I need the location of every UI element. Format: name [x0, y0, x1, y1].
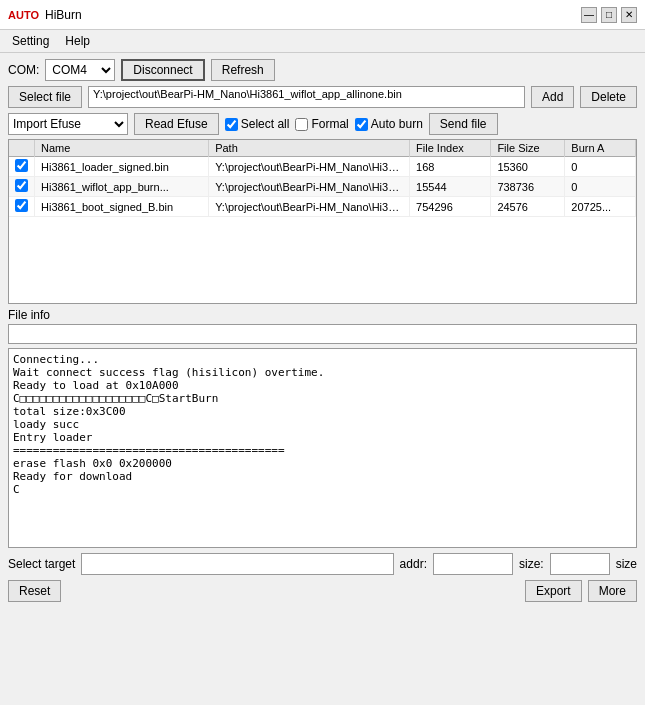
auto-burn-label: Auto burn [371, 117, 423, 131]
select-target-label: Select target [8, 557, 75, 571]
formal-checkbox-label[interactable]: Formal [295, 117, 348, 131]
table-cell: 738736 [491, 177, 565, 197]
refresh-button[interactable]: Refresh [211, 59, 275, 81]
select-all-checkbox-label[interactable]: Select all [225, 117, 290, 131]
log-line: Connecting... [13, 353, 632, 366]
file-info-label: File info [8, 308, 637, 322]
col-file-size: File Size [491, 140, 565, 157]
bottom-row-1: Select target addr: size: size [8, 553, 637, 575]
maximize-button[interactable]: □ [601, 7, 617, 23]
delete-button[interactable]: Delete [580, 86, 637, 108]
disconnect-button[interactable]: Disconnect [121, 59, 204, 81]
row-checkbox-2[interactable] [15, 199, 28, 212]
send-file-button[interactable]: Send file [429, 113, 498, 135]
reset-button[interactable]: Reset [8, 580, 61, 602]
table-body: Hi3861_loader_signed.binY:\project\out\B… [9, 157, 636, 217]
select-all-checkbox[interactable] [225, 118, 238, 131]
bottom-row-2: Reset Export More [8, 580, 637, 602]
table-cell: Hi3861_loader_signed.bin [35, 157, 209, 177]
log-line: loady succ [13, 418, 632, 431]
log-line: erase flash 0x0 0x200000 [13, 457, 632, 470]
table-cell: Hi3861_boot_signed_B.bin [35, 197, 209, 217]
close-button[interactable]: ✕ [621, 7, 637, 23]
table-cell: 15544 [410, 177, 491, 197]
file-info-box [8, 324, 637, 344]
file-table-container[interactable]: Name Path File Index File Size Burn A Hi… [8, 139, 637, 304]
right-buttons: Export More [525, 580, 637, 602]
log-line: Ready to load at 0x10A000 [13, 379, 632, 392]
col-check [9, 140, 35, 157]
formal-label: Formal [311, 117, 348, 131]
log-line: Wait connect success flag (hisilicon) ov… [13, 366, 632, 379]
menu-setting[interactable]: Setting [4, 32, 57, 50]
add-button[interactable]: Add [531, 86, 574, 108]
select-all-label: Select all [241, 117, 290, 131]
table-cell: 20725... [565, 197, 636, 217]
window-controls: — □ ✕ [581, 7, 637, 23]
size-input[interactable] [550, 553, 610, 575]
table-cell: 0 [565, 177, 636, 197]
toolbar-row-3: Import Efuse Read Efuse Select all Forma… [8, 113, 637, 135]
addr-input[interactable] [433, 553, 513, 575]
col-burn-a: Burn A [565, 140, 636, 157]
col-path: Path [209, 140, 410, 157]
col-name: Name [35, 140, 209, 157]
app-logo-prefix: AUTO [8, 9, 39, 21]
table-row[interactable]: Hi3861_boot_signed_B.binY:\project\out\B… [9, 197, 636, 217]
row-checkbox-0[interactable] [15, 159, 28, 172]
table-cell: 24576 [491, 197, 565, 217]
table-cell: 754296 [410, 197, 491, 217]
menu-help[interactable]: Help [57, 32, 98, 50]
log-line: Ready for download [13, 470, 632, 483]
title-bar: AUTO HiBurn — □ ✕ [0, 0, 645, 30]
com-select[interactable]: COM4 [45, 59, 115, 81]
col-file-index: File Index [410, 140, 491, 157]
toolbar-row-1: COM: COM4 Disconnect Refresh [8, 59, 637, 81]
minimize-button[interactable]: — [581, 7, 597, 23]
log-line: ========================================… [13, 444, 632, 457]
com-label: COM: [8, 63, 39, 77]
table-cell: Y:\project\out\BearPi-HM_Nano\Hi38... [209, 197, 410, 217]
addr-label: addr: [400, 557, 427, 571]
log-line: C [13, 483, 632, 496]
table-row[interactable]: Hi3861_loader_signed.binY:\project\out\B… [9, 157, 636, 177]
menu-bar: Setting Help [0, 30, 645, 53]
table-cell: Y:\project\out\BearPi-HM_Nano\Hi38... [209, 157, 410, 177]
export-button[interactable]: Export [525, 580, 582, 602]
table-cell: 15360 [491, 157, 565, 177]
table-cell: 0 [565, 157, 636, 177]
table-cell: 168 [410, 157, 491, 177]
select-file-button[interactable]: Select file [8, 86, 82, 108]
log-line: C□□□□□□□□□□□□□□□□□□□C□StartBurn [13, 392, 632, 405]
table-row[interactable]: Hi3861_wiflot_app_burn...Y:\project\out\… [9, 177, 636, 197]
more-button[interactable]: More [588, 580, 637, 602]
import-efuse-select[interactable]: Import Efuse [8, 113, 128, 135]
size-label: size: [519, 557, 544, 571]
select-target-input[interactable] [81, 553, 393, 575]
log-line: total size:0x3C00 [13, 405, 632, 418]
file-table: Name Path File Index File Size Burn A Hi… [9, 140, 636, 217]
main-content: COM: COM4 Disconnect Refresh Select file… [0, 53, 645, 608]
formal-checkbox[interactable] [295, 118, 308, 131]
log-box[interactable]: Connecting...Wait connect success flag (… [8, 348, 637, 548]
toolbar-row-2: Select file Y:\project\out\BearPi-HM_Nan… [8, 86, 637, 108]
table-header-row: Name Path File Index File Size Burn A [9, 140, 636, 157]
auto-burn-checkbox[interactable] [355, 118, 368, 131]
file-path: Y:\project\out\BearPi-HM_Nano\Hi3861_wif… [88, 86, 525, 108]
table-cell: Hi3861_wiflot_app_burn... [35, 177, 209, 197]
table-cell: Y:\project\out\BearPi-HM_Nano\Hi38... [209, 177, 410, 197]
auto-burn-checkbox-label[interactable]: Auto burn [355, 117, 423, 131]
log-line: Entry loader [13, 431, 632, 444]
row-checkbox-1[interactable] [15, 179, 28, 192]
read-efuse-button[interactable]: Read Efuse [134, 113, 219, 135]
file-info-section: File info [8, 308, 637, 344]
app-title: HiBurn [45, 8, 581, 22]
size2-label: size [616, 557, 637, 571]
